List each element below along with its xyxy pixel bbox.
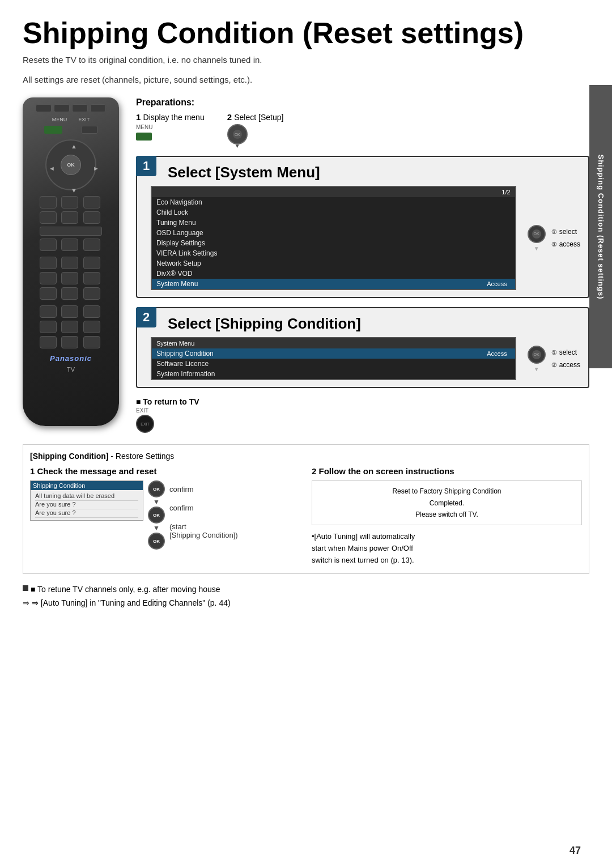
remote-menu-btn[interactable] <box>44 126 62 134</box>
access-item-1: ② access <box>551 240 580 248</box>
remote-btn-p1[interactable] <box>40 305 57 318</box>
remote-brand-label: Panasonic <box>50 354 92 363</box>
step1-title: Select [System Menu] <box>168 164 580 181</box>
sidebar-vertical: Shipping Condition (Reset settings) <box>589 85 612 368</box>
step2-block: 2 Select [Shipping Condition] System Men… <box>136 307 589 388</box>
remote-btn-n9[interactable] <box>83 287 100 300</box>
menu-item-viera: VIERA Link Settings <box>152 248 515 258</box>
remote-control: MENU EXIT ▲ ▼ ◄ ► OK <box>23 97 119 426</box>
remote-btn-p7[interactable] <box>40 336 57 348</box>
remote-btn-n4[interactable] <box>40 272 57 284</box>
arrow-bullet-icon: ⇒ <box>23 597 29 610</box>
tv-screen-1: 1/2 Eco Navigation Child Lock Tuning Men… <box>151 186 516 290</box>
remote-btn-g3[interactable] <box>83 196 100 209</box>
prep-step-2-label: Select [Setup] <box>234 113 283 122</box>
remote-btn-n1[interactable] <box>40 257 57 269</box>
menu-item-display: Display Settings <box>152 238 515 248</box>
ok-btn-step2[interactable]: OK <box>528 346 546 364</box>
bottom-step-1-title: 1 Check the message and reset <box>30 466 300 476</box>
ok-button-icon-prep: OK <box>227 124 248 144</box>
remote-btn-3[interactable] <box>72 104 88 112</box>
menu-sublabel: MENU <box>136 124 152 130</box>
menu-item-divx: DivX® VOD <box>152 269 515 279</box>
step2-labels: ① select ② access <box>551 348 580 369</box>
remote-btn-n5[interactable] <box>61 272 78 284</box>
bottom-section: [Shipping Condition] - Restore Settings … <box>23 444 589 574</box>
remote-button-grid-1 <box>40 196 102 251</box>
remote-btn-g1[interactable] <box>40 196 57 209</box>
step2-badge: 2 <box>136 307 156 327</box>
ok-circle-1[interactable]: OK <box>148 480 165 497</box>
remote-btn-4[interactable] <box>90 104 106 112</box>
remote-btn-g8[interactable] <box>61 239 78 251</box>
confirm-label-1: confirm <box>169 485 238 493</box>
remote-btn-1[interactable] <box>36 104 52 112</box>
preparations-title: Preparations: <box>136 97 589 108</box>
remote-btn-2[interactable] <box>54 104 70 112</box>
remote-exit-btn[interactable] <box>82 126 97 134</box>
arrow-down-2: ▼ <box>534 366 539 372</box>
instructions-panel: Preparations: 1 Display the menu MENU 2 <box>136 97 589 433</box>
access-item-2: ② access <box>551 361 580 369</box>
prep-steps: 1 Display the menu MENU 2 Select [Setup] <box>136 112 589 144</box>
remote-btn-p4[interactable] <box>40 321 57 333</box>
remote-btn-g4[interactable] <box>40 211 57 224</box>
ok-circle-2[interactable]: OK <box>148 507 165 524</box>
remote-btn-p2[interactable] <box>61 305 78 318</box>
exit-btn-icon[interactable]: EXIT <box>136 415 154 433</box>
remote-btn-p6[interactable] <box>83 321 100 333</box>
shipping-screen-header: Shipping Condition <box>31 481 143 490</box>
remote-btn-g5[interactable] <box>61 211 78 224</box>
confirm-label-2: confirm <box>169 504 238 512</box>
prep-step-2-num: 2 Select [Setup] <box>227 112 284 122</box>
remote-btn-wide1[interactable] <box>40 227 102 236</box>
remote-btn-n7[interactable] <box>40 287 57 300</box>
prep-step-1-num: 1 Display the menu <box>136 112 205 122</box>
remote-btn-n3[interactable] <box>83 257 100 269</box>
return-col: ■ To return to TV EXIT EXIT <box>136 397 199 433</box>
remote-btn-n8[interactable] <box>61 287 78 300</box>
step1-labels: ① select ② access <box>551 228 580 248</box>
remote-btn-p5[interactable] <box>61 321 78 333</box>
remote-btn-n2[interactable] <box>61 257 78 269</box>
remote-label-row: MENU EXIT <box>28 117 113 122</box>
menu-icon <box>136 133 152 141</box>
remote-btn-p8[interactable] <box>61 336 78 348</box>
screen-and-lines: Shipping Condition All tuning data will … <box>30 480 300 550</box>
step2-title: Select [Shipping Condition] <box>168 315 580 333</box>
select-item-1: ① select <box>551 228 580 236</box>
step2-content-row: System Menu Shipping Condition Access So… <box>145 337 580 380</box>
main-layout: MENU EXIT ▲ ▼ ◄ ► OK <box>23 97 589 433</box>
remote-btn-p9[interactable] <box>83 336 100 348</box>
menu-item-network: Network Setup <box>152 258 515 269</box>
start-label: (start [Shipping Condition]) <box>169 522 238 539</box>
prep-step-2: 2 Select [Setup] OK <box>227 112 284 144</box>
bottom-steps-row: 1 Check the message and reset Shipping C… <box>30 466 582 567</box>
bottom-step-1: 1 Check the message and reset Shipping C… <box>30 466 300 567</box>
ok-steps-col: OK ▼ OK ▼ OK <box>148 480 165 550</box>
remote-menu-exit-row <box>44 126 97 134</box>
tv-screen-2-header: System Menu <box>152 338 515 348</box>
footer-note-1: ■ To retune TV channels only, e.g. after… <box>23 583 589 597</box>
line-item-1: All tuning data will be erased <box>35 492 138 501</box>
auto-tuning-note: •[Auto Tuning] will automatically start … <box>312 531 582 566</box>
remote-btn-g6[interactable] <box>83 211 100 224</box>
remote-tv-label: TV <box>67 366 75 373</box>
ok-btn-step1[interactable]: OK <box>528 225 546 243</box>
remote-dpad[interactable]: ▲ ▼ ◄ ► OK <box>45 139 96 190</box>
select-item-2: ① select <box>551 348 580 356</box>
bottom-step-2: 2 Follow the on screen instructions Rese… <box>312 466 582 567</box>
remote-btn-p3[interactable] <box>83 305 100 318</box>
step1-block: 1 Select [System Menu] 1/2 Eco Navigatio… <box>136 156 589 298</box>
step1-screen: 1/2 Eco Navigation Child Lock Tuning Men… <box>145 186 522 290</box>
remote-btn-g7[interactable] <box>40 239 57 251</box>
return-text: ■ To return to TV <box>136 397 199 406</box>
bottom-step-2-title: 2 Follow the on screen instructions <box>312 466 582 476</box>
remote-btn-n6[interactable] <box>83 272 100 284</box>
confirm-labels-col: confirm confirm (start [Shipping Conditi… <box>169 480 238 539</box>
exit-label-small: EXIT <box>136 407 199 414</box>
remote-ok-btn[interactable]: OK <box>61 155 81 175</box>
remote-btn-g9[interactable] <box>83 239 100 251</box>
remote-btn-g2[interactable] <box>61 196 78 209</box>
ok-circle-3[interactable]: OK <box>148 533 165 550</box>
